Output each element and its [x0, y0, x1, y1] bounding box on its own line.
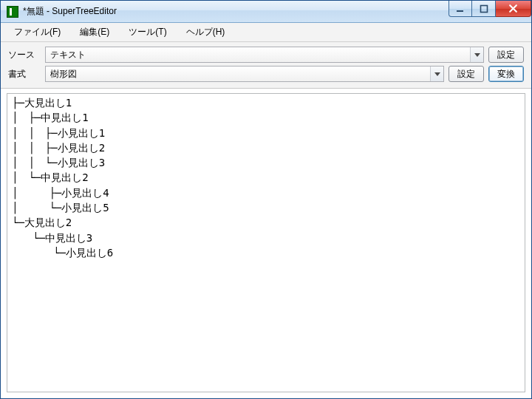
- menu-edit[interactable]: 編集(E): [72, 24, 117, 41]
- controls-panel: ソース テキスト 設定 書式 樹形図 設定 変換: [1, 42, 531, 89]
- minimize-icon: [456, 4, 465, 13]
- window-controls: [449, 1, 531, 17]
- source-combo[interactable]: テキスト: [45, 47, 484, 63]
- close-button[interactable]: [496, 1, 531, 17]
- titlebar: *無題 - SuperTreeEditor: [1, 1, 531, 23]
- format-settings-button[interactable]: 設定: [449, 66, 484, 82]
- convert-button[interactable]: 変換: [488, 66, 524, 82]
- minimize-button[interactable]: [449, 1, 472, 17]
- button-label: 変換: [497, 68, 515, 81]
- source-settings-button[interactable]: 設定: [488, 47, 524, 63]
- button-label: 設定: [457, 68, 475, 81]
- menubar: ファイル(F) 編集(E) ツール(T) ヘルプ(H): [1, 23, 531, 42]
- svg-rect-1: [480, 5, 487, 12]
- app-window: *無題 - SuperTreeEditor ファイル(F) 編集(E) ツール(…: [0, 0, 532, 399]
- app-icon: [7, 6, 18, 18]
- maximize-icon: [480, 4, 488, 13]
- format-combo[interactable]: 樹形図: [45, 66, 444, 82]
- maximize-button[interactable]: [472, 1, 496, 17]
- menu-tool[interactable]: ツール(T): [121, 24, 174, 41]
- menu-help[interactable]: ヘルプ(H): [179, 24, 233, 41]
- format-label: 書式: [8, 68, 41, 81]
- source-label: ソース: [8, 49, 41, 61]
- close-icon: [508, 4, 518, 13]
- chevron-down-icon: [470, 47, 483, 62]
- source-row: ソース テキスト 設定: [8, 47, 524, 63]
- output-text: ├─大見出し1 │ ├─中見出し1 │ │ ├─小見出し1 │ │ ├─小見出し…: [7, 94, 525, 262]
- output-panel[interactable]: ├─大見出し1 │ ├─中見出し1 │ │ ├─小見出し1 │ │ ├─小見出し…: [7, 93, 525, 392]
- window-title: *無題 - SuperTreeEditor: [23, 5, 117, 18]
- button-label: 設定: [497, 49, 515, 61]
- svg-rect-0: [457, 10, 463, 12]
- source-combo-value: テキスト: [50, 49, 470, 61]
- menu-file[interactable]: ファイル(F): [7, 24, 68, 41]
- format-combo-value: 樹形図: [50, 68, 430, 81]
- chevron-down-icon: [430, 66, 443, 81]
- format-row: 書式 樹形図 設定 変換: [8, 66, 524, 82]
